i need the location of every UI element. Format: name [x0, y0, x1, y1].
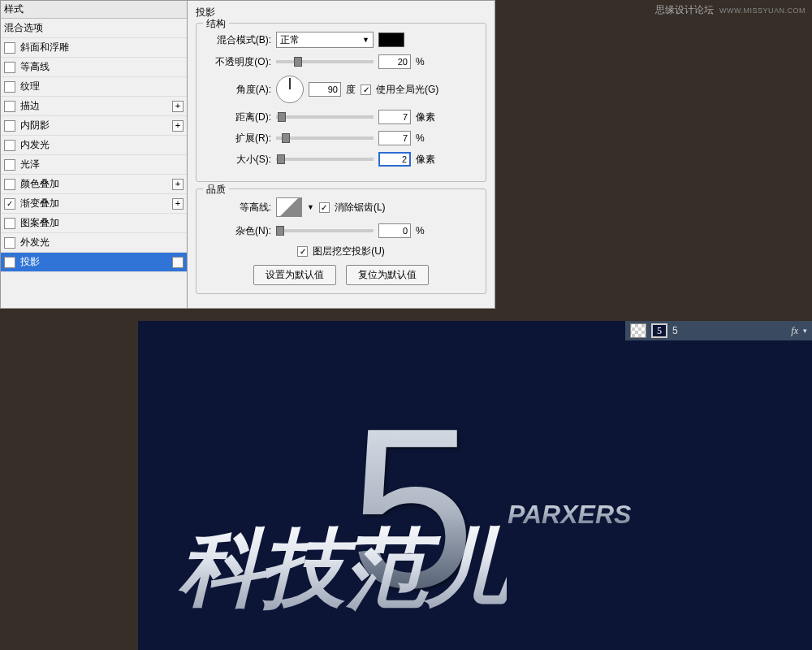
sidebar-item-6[interactable]: 光泽	[1, 155, 187, 175]
sidebar-item-2[interactable]: 纹理	[1, 77, 187, 97]
noise-label: 杂色(N):	[206, 224, 271, 238]
layer-bar: 5 5 fx ▾	[625, 321, 812, 340]
sidebar-item-10[interactable]: 外发光	[1, 233, 187, 253]
spread-slider[interactable]	[276, 136, 374, 140]
sidebar-item-8[interactable]: ✓渐变叠加+	[1, 194, 187, 214]
shadow-color-swatch[interactable]	[378, 32, 404, 47]
blending-options-item[interactable]: 混合选项	[1, 19, 187, 38]
blend-mode-label: 混合模式(B):	[206, 33, 271, 47]
layer-style-dialog: 样式 混合选项 斜面和浮雕等高线纹理描边+内阴影+内发光光泽颜色叠加+✓渐变叠加…	[0, 0, 495, 309]
sidebar-item-label: 投影	[20, 255, 172, 269]
noise-input[interactable]	[378, 223, 411, 238]
layer-name[interactable]: 5	[672, 325, 678, 336]
make-default-button[interactable]: 设置为默认值	[253, 265, 336, 285]
style-checkbox[interactable]	[4, 62, 15, 73]
style-checkbox[interactable]	[4, 81, 15, 93]
sidebar-item-label: 光泽	[20, 158, 184, 171]
global-light-label: 使用全局光(G)	[376, 83, 438, 97]
reset-default-button[interactable]: 复位为默认值	[346, 265, 429, 285]
canvas-preview: 5 5 fx ▾ 5 PARXERS 科技范儿	[138, 321, 812, 650]
sidebar-item-3[interactable]: 描边+	[1, 97, 187, 116]
distance-slider[interactable]	[276, 115, 374, 119]
sidebar-item-label: 渐变叠加	[20, 197, 172, 210]
style-checkbox[interactable]	[4, 218, 15, 229]
noise-slider[interactable]	[276, 229, 374, 232]
style-checkbox[interactable]	[4, 159, 15, 171]
size-input[interactable]	[378, 152, 411, 167]
sidebar-item-label: 图案叠加	[20, 216, 184, 230]
quality-fieldset: 品质 等高线: ▼ 消除锯齿(L) 杂色(N): % 图层挖空投影(U) 设置为…	[196, 188, 486, 294]
sidebar-item-label: 内阴影	[20, 119, 172, 132]
blend-mode-select[interactable]: 正常 ▼	[276, 32, 374, 48]
artwork-chinese-text: 科技范儿	[179, 512, 507, 626]
sidebar-item-0[interactable]: 斜面和浮雕	[1, 38, 187, 58]
sidebar-item-5[interactable]: 内发光	[1, 136, 187, 155]
angle-label: 角度(A):	[206, 83, 271, 97]
style-checkbox[interactable]: ✓	[4, 257, 15, 268]
style-checkbox[interactable]	[4, 237, 15, 249]
sidebar-item-1[interactable]: 等高线	[1, 58, 187, 77]
fx-icon[interactable]: fx	[791, 325, 798, 337]
style-checkbox[interactable]: ✓	[4, 198, 15, 210]
style-checkbox[interactable]	[4, 179, 15, 190]
knockout-label: 图层挖空投影(U)	[313, 245, 385, 258]
knockout-checkbox[interactable]	[297, 246, 308, 257]
antialias-label: 消除锯齿(L)	[335, 201, 386, 214]
opacity-slider[interactable]	[276, 60, 374, 63]
global-light-checkbox[interactable]	[361, 84, 371, 95]
sidebar-item-label: 内发光	[20, 138, 184, 152]
distance-label: 距离(D):	[206, 110, 271, 124]
plus-icon[interactable]: +	[172, 257, 184, 268]
artwork-parxers-text: PARXERS	[508, 500, 631, 530]
spread-label: 扩展(R):	[206, 132, 271, 145]
chevron-down-icon: ▼	[362, 36, 369, 44]
panel-title: 投影	[196, 6, 486, 20]
distance-input[interactable]	[378, 110, 411, 124]
sidebar-item-label: 纹理	[20, 80, 184, 93]
opacity-input[interactable]	[378, 54, 411, 69]
size-label: 大小(S):	[206, 153, 271, 167]
sidebar-item-label: 描边	[20, 99, 172, 113]
layer-mask-thumbnail[interactable]: 5	[651, 323, 667, 338]
sidebar-item-11[interactable]: ✓投影+	[1, 253, 187, 272]
plus-icon[interactable]: +	[172, 101, 184, 112]
sidebar-item-9[interactable]: 图案叠加	[1, 214, 187, 233]
sidebar-item-label: 等高线	[20, 60, 184, 74]
plus-icon[interactable]: +	[172, 198, 184, 210]
opacity-label: 不透明度(O):	[206, 55, 271, 69]
style-checkbox[interactable]	[4, 101, 15, 112]
structure-fieldset: 结构 混合模式(B): 正常 ▼ 不透明度(O): % 角度(A): 度	[196, 23, 486, 182]
sidebar-item-label: 外发光	[20, 236, 184, 249]
chevron-down-icon[interactable]: ▼	[307, 203, 314, 211]
sidebar-item-7[interactable]: 颜色叠加+	[1, 175, 187, 194]
contour-label: 等高线:	[206, 201, 271, 214]
style-checkbox[interactable]	[4, 120, 15, 132]
layer-thumbnail-icon[interactable]	[630, 323, 646, 338]
plus-icon[interactable]: +	[172, 120, 184, 132]
plus-icon[interactable]: +	[172, 179, 184, 190]
angle-input[interactable]	[309, 82, 341, 97]
styles-sidebar: 样式 混合选项 斜面和浮雕等高线纹理描边+内阴影+内发光光泽颜色叠加+✓渐变叠加…	[1, 1, 188, 308]
contour-picker[interactable]	[276, 197, 302, 217]
style-checkbox[interactable]	[4, 140, 15, 151]
watermark: 思缘设计论坛 WWW.MISSYUAN.COM	[655, 3, 806, 17]
spread-input[interactable]	[378, 131, 411, 145]
sidebar-item-label: 颜色叠加	[20, 177, 172, 191]
chevron-down-icon[interactable]: ▾	[803, 327, 807, 335]
style-checkbox[interactable]	[4, 42, 15, 54]
sidebar-item-4[interactable]: 内阴影+	[1, 116, 187, 136]
sidebar-item-label: 斜面和浮雕	[20, 41, 184, 54]
drop-shadow-panel: 投影 结构 混合模式(B): 正常 ▼ 不透明度(O): % 角度(A):	[188, 1, 495, 308]
angle-dial[interactable]	[276, 76, 304, 103]
styles-header: 样式	[1, 1, 187, 19]
antialias-checkbox[interactable]	[319, 202, 330, 213]
size-slider[interactable]	[276, 158, 374, 161]
